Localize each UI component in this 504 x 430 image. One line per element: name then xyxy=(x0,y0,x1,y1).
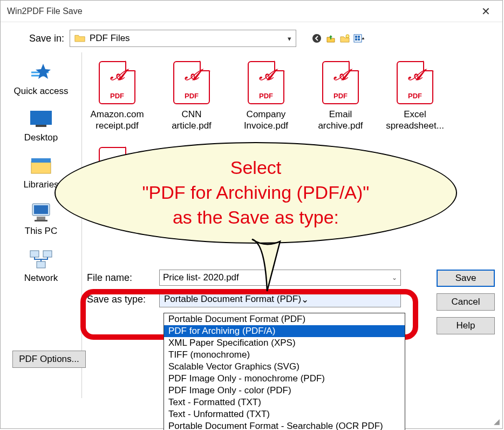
saveastype-option[interactable]: TIFF (monochrome) xyxy=(164,349,405,361)
svg-rect-14 xyxy=(35,220,47,221)
svg-rect-3 xyxy=(355,36,357,38)
savein-combo[interactable]: PDF Files ▾ xyxy=(70,30,296,47)
help-button[interactable]: Help xyxy=(437,317,495,334)
pdf-file-icon: 𝒜PDF xyxy=(322,61,359,104)
view-menu-icon[interactable] xyxy=(353,33,364,44)
file-grid: 𝒜PDFAmazon.com receipt.pdf𝒜PDFCNN articl… xyxy=(87,61,497,217)
sidebar-item-desktop[interactable]: Desktop xyxy=(6,104,76,146)
sidebar-item-label: Libraries xyxy=(6,179,76,190)
save-button[interactable]: Save xyxy=(437,270,495,287)
saveastype-option[interactable]: Portable Document Format (PDF) xyxy=(164,313,405,325)
file-name: Company Invoice.pdf xyxy=(236,109,296,132)
saveastype-label: Save as type: xyxy=(87,294,152,305)
resize-grip-icon[interactable]: ◢ xyxy=(494,417,500,426)
sidebar-item-label: Quick access xyxy=(6,86,76,97)
chevron-down-icon[interactable]: ⌄ xyxy=(301,294,309,305)
svg-rect-17 xyxy=(37,261,45,268)
svg-rect-4 xyxy=(358,36,360,38)
pdf-options-button[interactable]: PDF Options... xyxy=(12,351,86,368)
file-item[interactable]: 𝒜PDFEmail archive.pdf xyxy=(311,61,370,132)
file-name: Email archive.pdf xyxy=(311,109,370,132)
file-name: CNN article.pdf xyxy=(162,109,221,132)
cancel-button[interactable]: Cancel xyxy=(437,293,495,311)
svg-point-1 xyxy=(346,35,349,38)
chevron-down-icon[interactable]: ⌄ xyxy=(392,274,397,281)
svg-rect-5 xyxy=(355,38,357,41)
svg-rect-15 xyxy=(30,251,39,257)
pdf-file-icon: 𝒜PDF xyxy=(99,61,135,104)
saveastype-option[interactable]: PDF Image Only - monochrome (PDF) xyxy=(164,373,405,385)
svg-rect-9 xyxy=(31,162,51,173)
saveastype-option[interactable]: PDF for Archiving (PDF/A) xyxy=(164,325,405,337)
savein-value: PDF Files xyxy=(90,33,283,44)
close-icon[interactable]: ✕ xyxy=(476,2,496,21)
saveastype-option[interactable]: Text - Unformatted (TXT) xyxy=(164,408,405,420)
svg-rect-8 xyxy=(36,125,46,127)
svg-rect-12 xyxy=(34,205,48,214)
pdf-file-icon: 𝒜PDF xyxy=(99,147,135,190)
action-buttons: Save Cancel Help xyxy=(437,270,495,334)
svg-rect-13 xyxy=(37,217,45,220)
back-icon[interactable] xyxy=(311,33,322,44)
file-item[interactable]: 𝒜PDFExcel spreadsheet... xyxy=(385,61,445,132)
this-pc-icon xyxy=(28,201,55,224)
svg-rect-6 xyxy=(358,38,360,41)
desktop-icon xyxy=(28,107,55,130)
savein-row: Save in: PDF Files ▾ xyxy=(1,22,502,52)
file-item[interactable]: 𝒜PDFCompany Invoice.pdf xyxy=(236,61,296,132)
libraries-icon xyxy=(28,154,55,177)
file-name: Amazon.com receipt.pdf xyxy=(87,109,147,132)
file-name: July 2020 Inventory.pdf xyxy=(87,194,147,218)
saveastype-option[interactable]: XML Paper Specification (XPS) xyxy=(164,337,405,349)
saveastype-option[interactable]: Portable Document Format - Searchable (O… xyxy=(164,420,405,430)
folder-icon xyxy=(74,33,85,43)
new-folder-icon[interactable] xyxy=(339,33,350,44)
saveastype-option[interactable]: Scalable Vector Graphics (SVG) xyxy=(164,361,405,373)
svg-rect-7 xyxy=(30,111,52,125)
sidebar-item-label: Desktop xyxy=(6,132,76,143)
titlebar: Win2PDF File Save ✕ xyxy=(1,1,502,22)
filename-input[interactable]: Price list- 2020.pdf ⌄ xyxy=(159,270,401,286)
pdf-file-icon: 𝒜PDF xyxy=(173,61,210,104)
svg-point-0 xyxy=(312,34,321,43)
saveastype-combo[interactable]: Portable Document Format (PDF) ⌄ xyxy=(159,291,401,307)
file-name: Excel spreadsheet... xyxy=(385,109,445,132)
pdf-file-icon: 𝒜PDF xyxy=(397,61,433,104)
chevron-down-icon[interactable]: ▾ xyxy=(283,35,296,43)
up-icon[interactable] xyxy=(325,33,336,44)
file-item[interactable]: 𝒜PDFCNN article.pdf xyxy=(162,61,221,132)
quick-access-icon xyxy=(28,61,55,84)
saveastype-value: Portable Document Format (PDF) xyxy=(164,294,301,305)
sidebar-item-quick-access[interactable]: Quick access xyxy=(6,58,76,100)
savein-label: Save in: xyxy=(16,33,64,44)
file-save-dialog: Win2PDF File Save ✕ Save in: PDF Files ▾… xyxy=(0,0,503,429)
window-title: Win2PDF File Save xyxy=(7,6,83,16)
folder-toolbar xyxy=(311,33,364,44)
file-item[interactable]: 𝒜PDFJuly 2020 Inventory.pdf xyxy=(87,147,147,218)
saveastype-option[interactable]: PDF Image Only - color (PDF) xyxy=(164,385,405,397)
sidebar-item-label: This PC xyxy=(6,226,76,237)
sidebar-item-this-pc[interactable]: This PC xyxy=(6,198,76,240)
pdf-options-area: PDF Options... xyxy=(12,351,86,368)
saveastype-dropdown[interactable]: Portable Document Format (PDF)PDF for Ar… xyxy=(164,313,405,430)
filename-label: File name: xyxy=(87,272,152,284)
svg-rect-16 xyxy=(43,251,52,257)
file-item[interactable]: 𝒜PDFAmazon.com receipt.pdf xyxy=(87,61,147,132)
sidebar-item-libraries[interactable]: Libraries xyxy=(6,151,76,193)
pdf-file-icon: 𝒜PDF xyxy=(248,61,284,104)
filename-value: Price list- 2020.pdf xyxy=(163,272,392,283)
saveastype-option[interactable]: Text - Formatted (TXT) xyxy=(164,397,405,408)
network-icon xyxy=(28,248,55,271)
svg-rect-10 xyxy=(31,158,51,163)
